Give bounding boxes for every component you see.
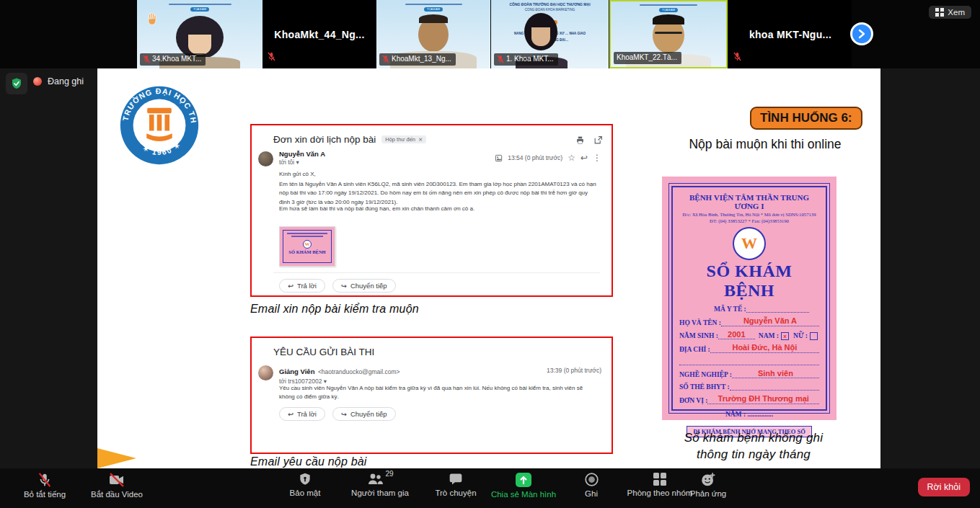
email-greeting: Kính gửi cô X,	[279, 170, 600, 179]
participants-count: 29	[385, 470, 393, 478]
email-time: 13:54 (0 phút trước)	[508, 154, 562, 161]
reactions-icon	[700, 472, 716, 487]
unit-value: Trường ĐH Thương mại	[718, 394, 809, 403]
male-checkbox: x	[781, 332, 789, 340]
participant-tile-1[interactable]: TỌA ĐÀM 34.Khoa MKT...	[137, 0, 262, 68]
leave-button[interactable]: Rời khỏi	[918, 478, 970, 496]
unmute-button[interactable]: Bỏ tắt tiếng	[12, 472, 78, 499]
participant-tile-5-active-speaker[interactable]: TỌA ĐÀM KhoaMKT_22.Tà...	[609, 0, 728, 68]
medical-record-card: BỆNH VIỆN TÂM THẦN TRUNG ƯƠNG I Đ/c: Xã …	[662, 177, 836, 420]
participant-name: KhoaMkt_13_Ng...	[379, 53, 456, 66]
shared-screen-slide: TRƯỜNG ĐẠI HỌC THƯƠNG MẠI ✶ 1960 ✶ Đơn x…	[97, 68, 880, 468]
email1-caption: Email xin nộp bài kiểm tra muộn	[250, 303, 419, 316]
chat-button[interactable]: Trò chuyện	[427, 472, 485, 497]
hospital-address: Đ/c: Xã Hòa Bình, Thường Tín, Hà Nội * M…	[679, 212, 819, 217]
hospital-logo: W	[733, 227, 766, 260]
participant-tile-2[interactable]: KhoaMkt_44_Ng...	[263, 0, 376, 68]
reply-icon[interactable]: ↩	[581, 153, 588, 163]
shield-icon	[298, 472, 312, 486]
reply-button[interactable]: ↩ Trả lời	[279, 279, 325, 293]
close-icon[interactable]: ×	[418, 136, 423, 143]
start-video-button[interactable]: Bắt đầu Video	[81, 472, 153, 499]
forward-button[interactable]: ↪ Chuyển tiếp	[332, 407, 396, 421]
record-button[interactable]: Ghi	[573, 472, 609, 498]
participant-name: 34.Khoa MKT...	[140, 53, 206, 66]
muted-mic-icon	[143, 55, 150, 63]
view-button[interactable]: Xem	[929, 6, 971, 19]
raised-hand-icon	[144, 12, 159, 26]
participant-tile-3[interactable]: TỌA ĐÀM KhoaMkt_13_Ng...	[376, 0, 490, 68]
card-title: SỔ KHÁM BỆNH	[679, 262, 819, 300]
mic-muted-icon	[37, 472, 53, 488]
sender-name: Giảng Viên	[279, 367, 314, 375]
recipient-line[interactable]: tới tôi ▾	[279, 159, 325, 166]
card-caption: Sổ khám bệnh không ghi thông tin ngày th…	[653, 430, 855, 463]
email2-caption: Email yêu cầu nộp bài	[250, 455, 367, 468]
chevron-right-icon	[857, 29, 867, 39]
sender-email: <haotranduocko@gmail.com>	[318, 368, 400, 375]
reply-button[interactable]: ↩ Trả lời	[279, 407, 325, 421]
attachment-title: SỔ KHÁM BỆNH	[280, 249, 335, 254]
share-screen-icon	[515, 472, 532, 488]
muted-mic-icon	[497, 55, 504, 63]
print-icon[interactable]	[575, 135, 585, 145]
caret-down-icon: ▾	[296, 159, 299, 166]
inbox-label-chip[interactable]: Hộp thư đến ×	[381, 135, 426, 143]
mini-slide-chip: TỌA ĐÀM	[190, 7, 209, 12]
avatar[interactable]	[258, 365, 273, 380]
participant-tile-4[interactable]: CÔNG ĐOÀN TRƯỜNG ĐẠI HỌC THƯƠNG MẠI CÔNG…	[491, 0, 609, 68]
occupation-value: Sinh viên	[758, 369, 793, 378]
glasses	[655, 32, 682, 34]
participants-icon	[366, 472, 384, 486]
email-body-1: Em tên là Nguyễn Văn A sinh viên K56LQ2,…	[279, 180, 600, 207]
share-screen-button[interactable]: Chia sẻ Màn hình	[480, 472, 567, 499]
female-checkbox	[810, 332, 818, 340]
email1-highlight-box: Đơn xin dời lịch nộp bài Hộp thư đến ×	[250, 124, 613, 297]
muted-mic-icon	[268, 51, 275, 64]
reactions-button[interactable]: Phản ứng	[683, 472, 733, 498]
forward-button[interactable]: ↪ Chuyển tiếp	[332, 279, 396, 293]
star-icon[interactable]: ☆	[568, 153, 575, 163]
next-participants-button[interactable]	[850, 22, 873, 45]
participant-name: KhoaMkt_44_Ng...	[263, 29, 376, 40]
patient-name: Nguyễn Văn A	[743, 316, 797, 325]
breakout-rooms-icon	[653, 472, 667, 486]
university-logo: TRƯỜNG ĐẠI HỌC THƯƠNG MẠI ✶ 1960 ✶	[119, 85, 200, 166]
reply-arrow-icon: ↩	[288, 410, 293, 418]
video-strip: TỌA ĐÀM 34.Khoa MKT... KhoaMkt_44_Ng... …	[0, 0, 980, 68]
email-subject: Đơn xin dời lịch nộp bài	[273, 134, 376, 145]
birth-year: 2001	[728, 330, 745, 339]
participant-name: khoa MKT-Ngu...	[729, 29, 852, 40]
security-button[interactable]: Bảo mật	[276, 472, 334, 497]
record-icon	[584, 472, 599, 487]
muted-mic-icon	[382, 55, 389, 63]
muted-mic-icon	[733, 51, 741, 64]
attachment-image-icon	[495, 154, 503, 162]
security-status[interactable]	[6, 73, 27, 94]
participant-name: KhoaMKT_22.Tà...	[614, 52, 681, 64]
email-body: Yêu cầu sinh viên Nguyễn Văn A nộp bài k…	[279, 384, 600, 402]
camera-off-icon	[108, 472, 125, 488]
reply-arrow-icon: ↩	[288, 282, 293, 290]
avatar[interactable]	[258, 151, 273, 166]
open-in-new-icon[interactable]	[593, 135, 603, 145]
sender-name: Nguyễn Văn A	[279, 150, 325, 158]
slide-corner-decoration	[97, 448, 136, 468]
recording-dot-icon	[33, 77, 42, 86]
chat-icon	[449, 472, 463, 486]
forward-arrow-icon: ↪	[341, 282, 347, 290]
attachment-thumbnail[interactable]: W SỔ KHÁM BỆNH	[279, 226, 335, 267]
email-subject: YÊU CẦU GỬI BÀI THI	[273, 347, 374, 357]
more-options-icon[interactable]: ⋮	[593, 153, 601, 163]
hospital-name: BỆNH VIỆN TÂM THẦN TRUNG ƯƠNG I	[679, 193, 819, 210]
shield-check-icon	[10, 77, 23, 90]
grid-view-icon	[935, 8, 944, 17]
meeting-toolbar: Bỏ tắt tiếng ∧ Bắt đầu Video ∧ Bảo mật	[0, 468, 980, 508]
participants-button[interactable]: 29 Người tham gia	[337, 472, 423, 497]
email2-highlight-box: YÊU CẦU GỬI BÀI THI Giảng Viên <haotrand…	[250, 337, 613, 454]
forward-arrow-icon: ↪	[341, 410, 347, 418]
participant-name: 1. Khoa MKT...	[494, 53, 558, 66]
participant-tile-6[interactable]: khoa MKT-Ngu...	[729, 0, 852, 68]
scenario-badge: TÌNH HUỐNG 6:	[750, 107, 862, 130]
email-body-2: Em hứa sẽ làm bài thi và nộp bài đúng hạ…	[279, 205, 600, 213]
